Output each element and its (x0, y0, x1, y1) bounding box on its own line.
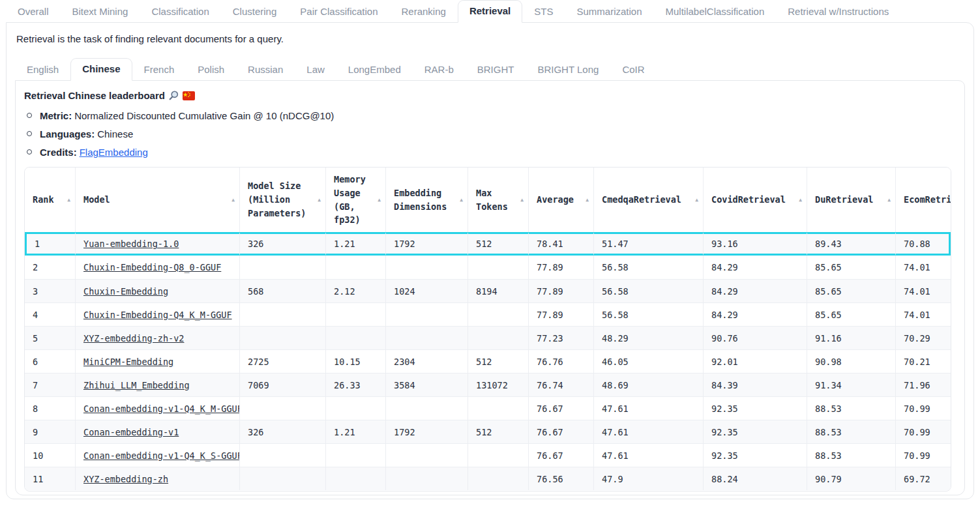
rank-cell: 3 (25, 279, 75, 302)
ecom_retrieval-cell: 70.29 (895, 326, 951, 349)
table-row: 10Conan-embedding-v1-Q4_K_S-GGUF76.6747.… (25, 443, 951, 467)
max_tokens-cell: 512 (468, 349, 528, 373)
model-link[interactable]: Conan-embedding-v1 (83, 427, 179, 437)
leaderboard-table[interactable]: Rank▲Model▲Model Size (Million Parameter… (24, 167, 951, 491)
table-row: 11XYZ-embedding-zh76.5647.988.2490.7969.… (25, 467, 951, 490)
embedding_dimensions-cell: 2304 (385, 349, 468, 373)
tab-retrieval-w-instructions[interactable]: Retrieval w/Instructions (776, 1, 900, 23)
lang-tab-chinese[interactable]: Chinese (70, 58, 132, 81)
task-tabbar: OverallBitext MiningClassificationCluste… (6, 0, 974, 23)
model-cell: Conan-embedding-v1-Q4_K_S-GGUF (75, 443, 239, 467)
tab-multilabelclassification[interactable]: MultilabelClassification (654, 1, 777, 23)
cmedqa_retrieval-cell: 48.29 (593, 326, 703, 349)
model-cell: Conan-embedding-v1 (75, 420, 239, 443)
tab-reranking[interactable]: Reranking (390, 1, 458, 23)
china-flag-icon (183, 91, 195, 100)
model_size-cell (239, 396, 325, 420)
column-header-du_retrieval[interactable]: DuRetrieval▲ (807, 168, 895, 232)
language-tabbar: EnglishChineseFrenchPolishRussianLawLong… (15, 58, 965, 81)
ecom_retrieval-cell: 70.99 (895, 396, 951, 420)
leaderboard-title: Retrieval Chinese leaderboard (24, 90, 956, 101)
leaderboard-panel: Retrieval Chinese leaderboard (15, 80, 965, 495)
model-cell: Chuxin-Embedding (75, 279, 239, 302)
tab-clustering[interactable]: Clustering (221, 1, 289, 23)
tab-pair-classification[interactable]: Pair Classification (288, 1, 389, 23)
model-link[interactable]: Zhihui_LLM_Embedding (83, 380, 190, 390)
tab-classification[interactable]: Classification (140, 1, 220, 23)
rank-cell: 4 (25, 302, 75, 326)
max_tokens-cell (468, 467, 528, 490)
lang-tab-rar-b[interactable]: RAR-b (413, 59, 466, 81)
lang-tab-polish[interactable]: Polish (186, 59, 236, 81)
ecom_retrieval-cell: 70.99 (895, 443, 951, 467)
model-cell: Yuan-embedding-1.0 (75, 232, 239, 256)
model_size-cell: 7069 (239, 373, 325, 396)
max_tokens-cell (468, 396, 528, 420)
lang-tab-bright-long[interactable]: BRIGHT Long (526, 59, 610, 81)
leaderboard-meta-list: Metric:Normalized Discounted Cumulative … (24, 110, 956, 158)
column-header-model_size[interactable]: Model Size (Million Parameters)▲ (239, 168, 325, 232)
sort-arrow-icon: ▲ (231, 198, 235, 203)
covid_retrieval-cell: 92.35 (703, 443, 807, 467)
column-header-ecom_retrieval[interactable]: EcomRetrieval▲ (895, 168, 951, 232)
model-link[interactable]: MiniCPM-Embedding (83, 357, 173, 367)
tab-overall[interactable]: Overall (6, 1, 61, 23)
column-header-covid_retrieval[interactable]: CovidRetrieval▲ (703, 168, 807, 232)
column-header-max_tokens[interactable]: Max Tokens▲ (468, 168, 528, 232)
column-label: Embedding Dimensions (394, 188, 447, 212)
du_retrieval-cell: 85.65 (807, 279, 895, 302)
lang-tab-russian[interactable]: Russian (236, 59, 295, 81)
average-cell: 76.76 (528, 349, 593, 373)
cmedqa_retrieval-cell: 47.61 (593, 443, 703, 467)
rank-cell: 6 (25, 349, 75, 373)
model-link[interactable]: XYZ-embedding-zh-v2 (83, 333, 184, 344)
memory_usage-cell: 1.21 (325, 420, 385, 443)
tab-sts[interactable]: STS (522, 1, 565, 23)
column-header-embedding_dimensions[interactable]: Embedding Dimensions▲ (385, 168, 468, 232)
model-link[interactable]: Yuan-embedding-1.0 (83, 239, 179, 249)
ecom_retrieval-cell: 70.99 (895, 420, 951, 443)
model-cell: Zhihui_LLM_Embedding (75, 373, 239, 396)
column-label: DuRetrieval (815, 194, 873, 205)
model-link[interactable]: Chuxin-Embedding-Q4_K_M-GGUF (83, 310, 232, 320)
column-header-memory_usage[interactable]: Memory Usage (GB, fp32)▲ (325, 168, 385, 232)
cmedqa_retrieval-cell: 47.61 (593, 396, 703, 420)
lang-tab-longembed[interactable]: LongEmbed (336, 59, 413, 81)
table-row: 2Chuxin-Embedding-Q8_0-GGUF77.8956.5884.… (25, 256, 951, 279)
ecom_retrieval-cell: 70.88 (895, 232, 951, 256)
ecom_retrieval-cell: 74.01 (895, 279, 951, 302)
sort-arrow-icon: ▲ (586, 198, 589, 203)
lang-tab-french[interactable]: French (132, 59, 186, 81)
sort-arrow-icon: ▲ (799, 198, 802, 203)
model_size-cell (239, 326, 325, 349)
max_tokens-cell: 131072 (468, 373, 528, 396)
lang-tab-law[interactable]: Law (295, 59, 336, 81)
tab-bitext-mining[interactable]: Bitext Mining (61, 1, 140, 23)
tab-retrieval[interactable]: Retrieval (458, 0, 522, 23)
covid_retrieval-cell: 93.16 (703, 232, 807, 256)
column-header-rank[interactable]: Rank▲ (25, 168, 75, 232)
column-header-average[interactable]: Average▲ (528, 168, 593, 232)
memory_usage-cell: 26.33 (325, 373, 385, 396)
lang-tab-coir[interactable]: CoIR (610, 59, 656, 81)
model-link[interactable]: Conan-embedding-v1-Q4_K_S-GGUF (83, 450, 239, 461)
lang-tab-english[interactable]: English (15, 59, 70, 81)
model-link[interactable]: Chuxin-Embedding-Q8_0-GGUF (83, 262, 221, 272)
tab-summarization[interactable]: Summarization (565, 1, 653, 23)
flagembedding-link[interactable]: FlagEmbedding (80, 147, 148, 158)
sort-arrow-icon: ▲ (695, 198, 698, 203)
column-header-cmedqa_retrieval[interactable]: CmedqaRetrieval▲ (593, 168, 703, 232)
model-link[interactable]: XYZ-embedding-zh (83, 474, 168, 484)
ecom_retrieval-cell: 74.01 (895, 256, 951, 279)
du_retrieval-cell: 90.79 (807, 467, 895, 490)
rank-cell: 11 (25, 467, 75, 490)
ecom_retrieval-cell: 74.01 (895, 302, 951, 326)
rank-cell: 9 (25, 420, 75, 443)
column-header-model[interactable]: Model▲ (75, 168, 239, 232)
covid_retrieval-cell: 84.29 (703, 256, 807, 279)
table-row: 9Conan-embedding-v13261.21179251276.6747… (25, 420, 951, 443)
model-link[interactable]: Chuxin-Embedding (83, 286, 168, 297)
lang-tab-bright[interactable]: BRIGHT (466, 59, 526, 81)
cmedqa_retrieval-cell: 56.58 (593, 256, 703, 279)
model-link[interactable]: Conan-embedding-v1-Q4_K_M-GGUF (83, 403, 239, 414)
